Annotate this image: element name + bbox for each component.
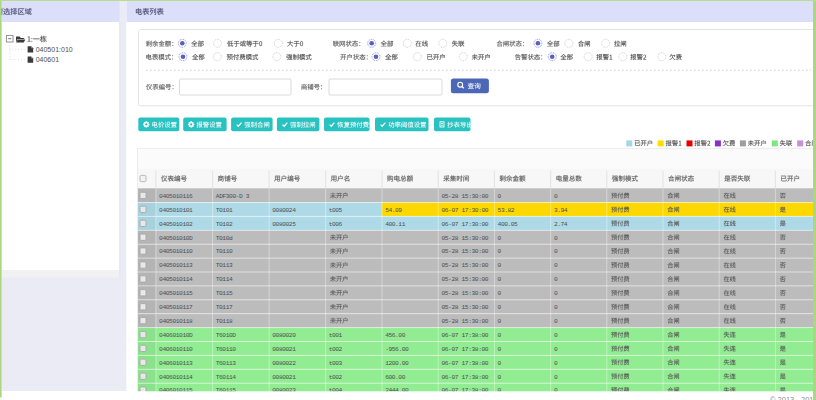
svg-text:0: 0 bbox=[498, 235, 502, 242]
svg-text:0: 0 bbox=[554, 374, 558, 381]
svg-text:06-07 17:30:00: 06-07 17:30:00 bbox=[441, 207, 488, 214]
svg-text:0405010114: 0405010114 bbox=[159, 276, 193, 283]
svg-text:0405010101: 0405010101 bbox=[159, 207, 193, 214]
svg-text:05-28 15:30:00: 05-28 15:30:00 bbox=[441, 290, 488, 297]
svg-text:06-07 17:38:00: 06-07 17:38:00 bbox=[441, 346, 488, 353]
svg-text:0080025: 0080025 bbox=[272, 221, 296, 228]
svg-text:3.94: 3.94 bbox=[554, 207, 568, 214]
svg-text:0: 0 bbox=[554, 290, 558, 297]
svg-text:06-07 17:38:00: 06-07 17:38:00 bbox=[441, 360, 488, 367]
svg-text:0080024: 0080024 bbox=[272, 207, 296, 214]
svg-text:T010d: T010d bbox=[216, 235, 233, 242]
svg-text:T0115: T0115 bbox=[216, 290, 233, 297]
svg-text:T60113: T60113 bbox=[216, 360, 236, 367]
svg-text:400.11: 400.11 bbox=[385, 221, 405, 228]
svg-text:T6010D: T6010D bbox=[216, 332, 236, 339]
svg-text:53.82: 53.82 bbox=[498, 207, 515, 214]
svg-text:05-28 15:30:00: 05-28 15:30:00 bbox=[441, 235, 488, 242]
svg-text:2.74: 2.74 bbox=[554, 221, 568, 228]
svg-text:0405010110: 0405010110 bbox=[159, 248, 193, 255]
svg-text:T60110: T60110 bbox=[216, 346, 236, 353]
svg-text:0: 0 bbox=[554, 262, 558, 269]
svg-text:05-28 15:30:00: 05-28 15:30:00 bbox=[441, 276, 488, 283]
svg-text:-956.00: -956.00 bbox=[385, 346, 409, 353]
svg-text:0: 0 bbox=[498, 360, 502, 367]
svg-text:T0114: T0114 bbox=[216, 276, 233, 283]
svg-text:0: 0 bbox=[498, 332, 502, 339]
svg-text:0405010113: 0405010113 bbox=[159, 262, 193, 269]
svg-text:05-28 15:30:00: 05-28 15:30:00 bbox=[441, 318, 488, 325]
svg-text:T0117: T0117 bbox=[216, 304, 233, 311]
svg-text:040601010D: 040601010D bbox=[159, 332, 193, 339]
svg-text:© 2013 - 201: © 2013 - 201 bbox=[770, 395, 813, 400]
svg-text:0: 0 bbox=[554, 318, 558, 325]
svg-text:0: 0 bbox=[498, 318, 502, 325]
svg-text:0: 0 bbox=[554, 304, 558, 311]
svg-text:0080020: 0080020 bbox=[272, 332, 296, 339]
svg-text:0: 0 bbox=[498, 346, 502, 353]
svg-text:0: 0 bbox=[498, 193, 502, 200]
svg-text:0405010116: 0405010116 bbox=[159, 193, 193, 200]
svg-text:0080022: 0080022 bbox=[272, 360, 296, 367]
svg-text:54.09: 54.09 bbox=[385, 207, 402, 214]
svg-text:0406010113: 0406010113 bbox=[159, 360, 193, 367]
svg-text:0080021: 0080021 bbox=[272, 346, 296, 353]
svg-text:040501010D: 040501010D bbox=[159, 235, 193, 242]
svg-text:06-07 17:38:00: 06-07 17:38:00 bbox=[441, 374, 488, 381]
svg-text:0: 0 bbox=[498, 290, 502, 297]
svg-text:040601: 040601 bbox=[36, 56, 59, 63]
svg-text:0: 0 bbox=[554, 360, 558, 367]
svg-text:0405010115: 0405010115 bbox=[159, 290, 193, 297]
svg-text:T0102: T0102 bbox=[216, 221, 233, 228]
svg-text:0: 0 bbox=[498, 276, 502, 283]
svg-text:0: 0 bbox=[498, 304, 502, 311]
svg-text:06-07 17:38:00: 06-07 17:38:00 bbox=[441, 332, 488, 339]
svg-text:1200.00: 1200.00 bbox=[385, 360, 409, 367]
svg-text:0405010118: 0405010118 bbox=[159, 318, 193, 325]
svg-text:0: 0 bbox=[498, 248, 502, 255]
svg-text:0: 0 bbox=[498, 262, 502, 269]
svg-text:T60114: T60114 bbox=[216, 374, 236, 381]
svg-text:t002: t002 bbox=[329, 374, 343, 381]
svg-text:0: 0 bbox=[554, 248, 558, 255]
svg-text:t002: t002 bbox=[329, 346, 343, 353]
svg-text:0406010110: 0406010110 bbox=[159, 346, 193, 353]
svg-text:t005: t005 bbox=[329, 207, 343, 214]
svg-text:T0110: T0110 bbox=[216, 248, 233, 255]
svg-text:t006: t006 bbox=[329, 221, 343, 228]
svg-text:0: 0 bbox=[554, 346, 558, 353]
svg-text:0: 0 bbox=[554, 235, 558, 242]
svg-text:0: 0 bbox=[498, 374, 502, 381]
svg-text:06-07 17:30:00: 06-07 17:30:00 bbox=[441, 221, 488, 228]
svg-text:05-28 15:30:00: 05-28 15:30:00 bbox=[441, 262, 488, 269]
svg-text:05-28 15:30:00: 05-28 15:30:00 bbox=[441, 193, 488, 200]
svg-text:0: 0 bbox=[554, 276, 558, 283]
svg-text:t001: t001 bbox=[329, 332, 343, 339]
svg-text:600.00: 600.00 bbox=[385, 374, 405, 381]
svg-text:456.00: 456.00 bbox=[385, 332, 405, 339]
svg-text:0406010114: 0406010114 bbox=[159, 374, 193, 381]
svg-text:T0113: T0113 bbox=[216, 262, 233, 269]
svg-text:040501:010: 040501:010 bbox=[36, 46, 73, 53]
svg-text:T0101: T0101 bbox=[216, 207, 233, 214]
svg-text:ADF300-D 3: ADF300-D 3 bbox=[216, 193, 250, 200]
svg-text:05-28 15:30:00: 05-28 15:30:00 bbox=[441, 248, 488, 255]
svg-text:05-28 15:30:00: 05-28 15:30:00 bbox=[441, 304, 488, 311]
svg-text:0: 0 bbox=[554, 193, 558, 200]
svg-text:0: 0 bbox=[554, 332, 558, 339]
svg-text:T0118: T0118 bbox=[216, 318, 233, 325]
svg-text:t003: t003 bbox=[329, 360, 343, 367]
svg-text:0405010102: 0405010102 bbox=[159, 221, 193, 228]
svg-text:400.05: 400.05 bbox=[498, 221, 518, 228]
svg-text:0080021: 0080021 bbox=[272, 374, 296, 381]
svg-text:0405010117: 0405010117 bbox=[159, 304, 193, 311]
